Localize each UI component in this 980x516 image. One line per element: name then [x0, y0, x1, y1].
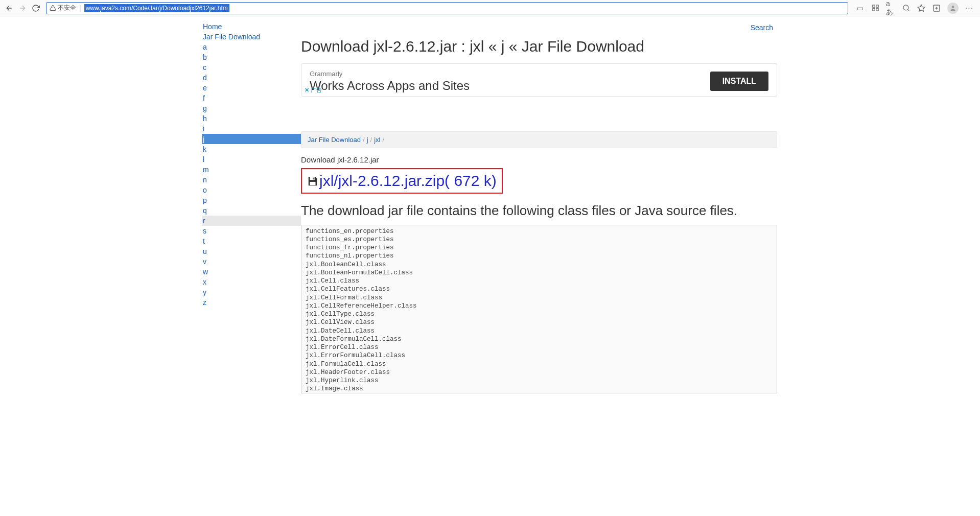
ad-install-button[interactable]: INSTALL: [710, 72, 768, 91]
svg-rect-14: [313, 177, 314, 179]
page-title: Download jxl-2.6.12.jar : jxl « j « Jar …: [301, 37, 777, 56]
breadcrumb-separator: /: [368, 136, 375, 144]
download-title-line: Download jxl-2.6.12.jar: [301, 155, 777, 164]
close-x-icon: ✕: [305, 87, 309, 93]
sidebar-item-s[interactable]: s: [202, 226, 301, 236]
ad-close[interactable]: ✕ 广告: [305, 86, 322, 94]
breadcrumb-separator: /: [361, 136, 367, 144]
security-warning[interactable]: 不安全: [50, 4, 76, 12]
sidebar-item-c[interactable]: c: [202, 62, 301, 73]
collections-icon[interactable]: [932, 4, 941, 13]
sidebar-item-r[interactable]: r: [202, 216, 301, 226]
address-bar[interactable]: 不安全 | www.java2s.com/Code/Jar/j/Download…: [46, 2, 848, 14]
sidebar-item-t[interactable]: t: [202, 236, 301, 246]
download-link-text: jxl/jxl-2.6.12.jar.zip( 672 k): [319, 172, 497, 189]
ad-label: 广告: [311, 87, 322, 93]
back-icon[interactable]: [5, 4, 13, 12]
download-link[interactable]: jxl/jxl-2.6.12.jar.zip( 672 k): [307, 172, 497, 189]
svg-rect-5: [876, 9, 878, 11]
svg-rect-2: [872, 5, 874, 7]
sidebar-nav: HomeJar File Downloadabcdefghijklmnopqrs…: [199, 21, 301, 393]
ad-headline: Works Across Apps and Sites: [310, 79, 704, 93]
reload-icon[interactable]: [32, 4, 40, 12]
sidebar-item-e[interactable]: e: [202, 83, 301, 93]
sidebar-item-v[interactable]: v: [202, 256, 301, 267]
sidebar-item-f[interactable]: f: [202, 93, 301, 103]
warning-icon: [50, 5, 56, 11]
sidebar-item-home[interactable]: Home: [202, 21, 301, 32]
file-list-content: functions_en.properties functions_es.pro…: [306, 227, 773, 393]
forward-icon[interactable]: [18, 4, 27, 12]
breadcrumb-item[interactable]: jxl: [374, 136, 380, 144]
nav-buttons: [3, 4, 42, 12]
sidebar-item-o[interactable]: o: [202, 185, 301, 195]
svg-line-7: [907, 9, 909, 11]
menu-icon[interactable]: ···: [965, 4, 974, 13]
save-icon: [307, 173, 318, 184]
sidebar-item-q[interactable]: q: [202, 205, 301, 216]
sidebar-item-h[interactable]: h: [202, 113, 301, 124]
breadcrumb-separator: /: [380, 136, 386, 144]
url-text: www.java2s.com/Code/Jar/j/Downloadjxl261…: [84, 4, 229, 12]
sidebar-item-l[interactable]: l: [202, 154, 301, 165]
sidebar-item-a[interactable]: a: [202, 42, 301, 52]
search-area: Search: [301, 21, 777, 34]
download-highlight-box: jxl/jxl-2.6.12.jar.zip( 672 k): [301, 168, 503, 194]
qr-icon[interactable]: [871, 4, 880, 13]
separator: |: [79, 4, 81, 12]
sidebar-item-g[interactable]: g: [202, 103, 301, 113]
ad-banner[interactable]: Grammarly Works Across Apps and Sites IN…: [301, 63, 777, 97]
browser-toolbar: 不安全 | www.java2s.com/Code/Jar/j/Download…: [0, 0, 980, 16]
sidebar-item-j[interactable]: j: [202, 134, 301, 144]
sidebar-item-w[interactable]: w: [202, 267, 301, 277]
sidebar-item-m[interactable]: m: [202, 165, 301, 175]
main-content: Search Download jxl-2.6.12.jar : jxl « j…: [301, 21, 781, 393]
sidebar-item-k[interactable]: k: [202, 144, 301, 154]
sidebar-item-z[interactable]: z: [202, 297, 301, 308]
device-icon[interactable]: ▭: [855, 4, 865, 13]
sidebar-item-i[interactable]: i: [202, 124, 301, 134]
svg-rect-4: [872, 9, 874, 11]
sidebar-item-b[interactable]: b: [202, 52, 301, 62]
toolbar-right: ▭ aあ ···: [852, 3, 977, 14]
svg-point-12: [952, 6, 954, 8]
profile-icon[interactable]: [947, 3, 959, 14]
svg-point-6: [903, 5, 908, 10]
page-container: HomeJar File Downloadabcdefghijklmnopqrs…: [199, 16, 781, 393]
sidebar-item-p[interactable]: p: [202, 195, 301, 205]
security-label: 不安全: [58, 4, 76, 12]
favorite-icon[interactable]: [917, 4, 926, 13]
search-link[interactable]: Search: [751, 24, 773, 32]
sidebar-item-d[interactable]: d: [202, 73, 301, 83]
svg-rect-3: [876, 5, 878, 7]
translate-icon[interactable]: aあ: [886, 4, 895, 13]
ad-brand: Grammarly: [310, 70, 704, 78]
sidebar-item-y[interactable]: y: [202, 287, 301, 297]
svg-rect-13: [310, 177, 315, 180]
svg-rect-15: [310, 181, 316, 184]
sidebar-item-x[interactable]: x: [202, 277, 301, 287]
svg-marker-8: [918, 5, 924, 11]
class-list-heading: The download jar file contains the follo…: [301, 202, 777, 220]
zoom-icon[interactable]: [901, 4, 911, 13]
sidebar-item-jar-file-download[interactable]: Jar File Download: [202, 32, 301, 42]
sidebar-item-n[interactable]: n: [202, 175, 301, 185]
file-list-box[interactable]: functions_en.properties functions_es.pro…: [301, 225, 777, 393]
breadcrumb-item[interactable]: Jar File Download: [308, 136, 361, 144]
sidebar-item-u[interactable]: u: [202, 246, 301, 256]
breadcrumb: Jar File Download/j/jxl/: [301, 131, 777, 148]
